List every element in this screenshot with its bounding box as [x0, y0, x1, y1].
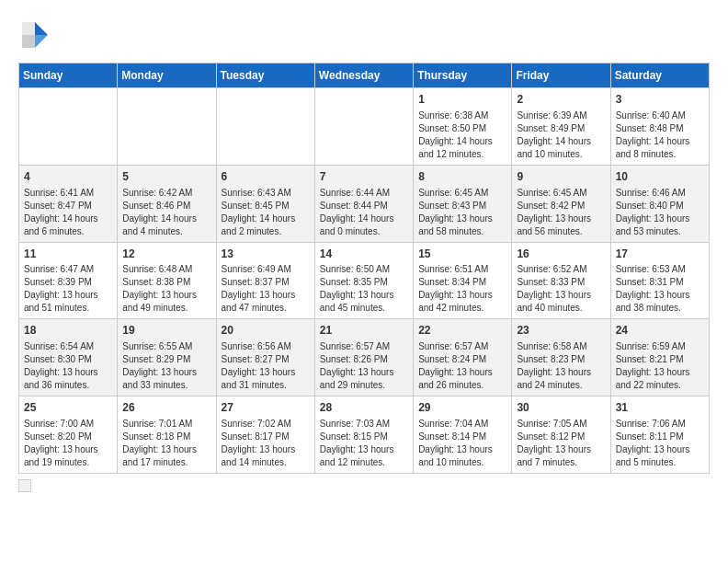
- calendar-header: SundayMondayTuesdayWednesdayThursdayFrid…: [19, 63, 710, 88]
- day-info: Sunrise: 6:41 AM Sunset: 8:47 PM Dayligh…: [24, 187, 112, 238]
- calendar-body: 1Sunrise: 6:38 AM Sunset: 8:50 PM Daylig…: [19, 88, 710, 474]
- day-number: 7: [320, 169, 408, 185]
- svg-rect-2: [22, 22, 35, 35]
- calendar-cell: 6Sunrise: 6:43 AM Sunset: 8:45 PM Daylig…: [216, 165, 314, 242]
- day-number: 25: [24, 400, 112, 416]
- day-number: 24: [616, 323, 704, 339]
- page: SundayMondayTuesdayWednesdayThursdayFrid…: [0, 0, 728, 501]
- day-number: 20: [222, 323, 310, 339]
- calendar-cell: 10Sunrise: 6:46 AM Sunset: 8:40 PM Dayli…: [610, 165, 709, 242]
- calendar-cell: [19, 88, 118, 166]
- calendar-week-row: 25Sunrise: 7:00 AM Sunset: 8:20 PM Dayli…: [19, 396, 710, 474]
- day-number: 4: [24, 169, 112, 185]
- calendar-cell: 22Sunrise: 6:57 AM Sunset: 8:24 PM Dayli…: [414, 319, 512, 396]
- day-header-row: SundayMondayTuesdayWednesdayThursdayFrid…: [19, 63, 710, 88]
- day-info: Sunrise: 6:51 AM Sunset: 8:34 PM Dayligh…: [418, 263, 506, 315]
- day-number: 27: [222, 400, 310, 416]
- day-info: Sunrise: 6:45 AM Sunset: 8:43 PM Dayligh…: [418, 187, 506, 238]
- calendar-cell: [314, 88, 413, 166]
- day-number: 18: [24, 323, 112, 339]
- day-info: Sunrise: 6:54 AM Sunset: 8:30 PM Dayligh…: [24, 340, 112, 392]
- calendar-cell: 2Sunrise: 6:39 AM Sunset: 8:49 PM Daylig…: [512, 88, 610, 166]
- header: [18, 18, 710, 52]
- day-info: Sunrise: 7:04 AM Sunset: 8:14 PM Dayligh…: [418, 418, 506, 469]
- calendar-cell: 13Sunrise: 6:49 AM Sunset: 8:37 PM Dayli…: [216, 242, 314, 319]
- calendar-week-row: 11Sunrise: 6:47 AM Sunset: 8:39 PM Dayli…: [19, 242, 710, 319]
- day-info: Sunrise: 6:47 AM Sunset: 8:39 PM Dayligh…: [24, 263, 112, 315]
- day-info: Sunrise: 6:56 AM Sunset: 8:27 PM Dayligh…: [222, 340, 310, 392]
- day-number: 15: [418, 247, 506, 262]
- day-info: Sunrise: 6:50 AM Sunset: 8:35 PM Dayligh…: [320, 263, 408, 315]
- calendar-cell: 15Sunrise: 6:51 AM Sunset: 8:34 PM Dayli…: [414, 242, 512, 319]
- calendar-week-row: 1Sunrise: 6:38 AM Sunset: 8:50 PM Daylig…: [19, 88, 710, 166]
- day-info: Sunrise: 6:43 AM Sunset: 8:45 PM Dayligh…: [222, 187, 310, 238]
- calendar-cell: 3Sunrise: 6:40 AM Sunset: 8:48 PM Daylig…: [610, 88, 709, 166]
- day-info: Sunrise: 6:40 AM Sunset: 8:48 PM Dayligh…: [616, 109, 704, 161]
- calendar-cell: 1Sunrise: 6:38 AM Sunset: 8:50 PM Daylig…: [414, 88, 512, 166]
- calendar-cell: 11Sunrise: 6:47 AM Sunset: 8:39 PM Dayli…: [19, 242, 118, 319]
- day-number: 22: [418, 323, 506, 339]
- day-number: 13: [222, 247, 310, 262]
- calendar-cell: 25Sunrise: 7:00 AM Sunset: 8:20 PM Dayli…: [19, 396, 118, 474]
- day-number: 31: [616, 400, 704, 416]
- day-info: Sunrise: 6:44 AM Sunset: 8:44 PM Dayligh…: [320, 187, 408, 238]
- logo: [18, 18, 55, 52]
- calendar-cell: 26Sunrise: 7:01 AM Sunset: 8:18 PM Dayli…: [118, 396, 216, 474]
- day-info: Sunrise: 6:53 AM Sunset: 8:31 PM Dayligh…: [616, 263, 704, 315]
- calendar-cell: 7Sunrise: 6:44 AM Sunset: 8:44 PM Daylig…: [314, 165, 413, 242]
- day-info: Sunrise: 7:00 AM Sunset: 8:20 PM Dayligh…: [24, 418, 112, 469]
- calendar-cell: 4Sunrise: 6:41 AM Sunset: 8:47 PM Daylig…: [19, 165, 118, 242]
- calendar-cell: 5Sunrise: 6:42 AM Sunset: 8:46 PM Daylig…: [118, 165, 216, 242]
- day-number: 30: [517, 400, 605, 416]
- day-number: 5: [122, 169, 210, 185]
- day-number: 29: [418, 400, 506, 416]
- svg-marker-1: [35, 35, 48, 48]
- day-info: Sunrise: 6:39 AM Sunset: 8:49 PM Dayligh…: [517, 109, 605, 161]
- day-number: 12: [122, 247, 210, 262]
- day-number: 6: [222, 169, 310, 185]
- calendar-cell: 24Sunrise: 6:59 AM Sunset: 8:21 PM Dayli…: [610, 319, 709, 396]
- calendar-cell: 29Sunrise: 7:04 AM Sunset: 8:14 PM Dayli…: [414, 396, 512, 474]
- day-info: Sunrise: 6:58 AM Sunset: 8:23 PM Dayligh…: [517, 340, 605, 392]
- calendar-cell: 21Sunrise: 6:57 AM Sunset: 8:26 PM Dayli…: [314, 319, 413, 396]
- calendar-cell: 30Sunrise: 7:05 AM Sunset: 8:12 PM Dayli…: [512, 396, 610, 474]
- day-info: Sunrise: 6:49 AM Sunset: 8:37 PM Dayligh…: [222, 263, 310, 315]
- day-info: Sunrise: 7:05 AM Sunset: 8:12 PM Dayligh…: [517, 418, 605, 469]
- day-number: 3: [616, 92, 704, 108]
- day-number: 16: [517, 247, 605, 262]
- logo-icon: [18, 18, 51, 52]
- day-number: 8: [418, 169, 506, 185]
- calendar-cell: 12Sunrise: 6:48 AM Sunset: 8:38 PM Dayli…: [118, 242, 216, 319]
- svg-marker-0: [35, 22, 48, 35]
- calendar-cell: 17Sunrise: 6:53 AM Sunset: 8:31 PM Dayli…: [610, 242, 709, 319]
- day-number: 2: [517, 92, 605, 108]
- calendar-table: SundayMondayTuesdayWednesdayThursdayFrid…: [18, 63, 710, 474]
- day-of-week-header: Thursday: [414, 63, 512, 88]
- day-number: 26: [122, 400, 210, 416]
- day-number: 9: [517, 169, 605, 185]
- calendar-cell: 8Sunrise: 6:45 AM Sunset: 8:43 PM Daylig…: [414, 165, 512, 242]
- calendar-cell: 28Sunrise: 7:03 AM Sunset: 8:15 PM Dayli…: [314, 396, 413, 474]
- calendar-cell: [216, 88, 314, 166]
- footer: [18, 479, 710, 492]
- calendar-cell: 14Sunrise: 6:50 AM Sunset: 8:35 PM Dayli…: [314, 242, 413, 319]
- day-number: 28: [320, 400, 408, 416]
- day-info: Sunrise: 6:42 AM Sunset: 8:46 PM Dayligh…: [122, 187, 210, 238]
- day-info: Sunrise: 6:48 AM Sunset: 8:38 PM Dayligh…: [122, 263, 210, 315]
- day-number: 10: [616, 169, 704, 185]
- day-of-week-header: Wednesday: [314, 63, 413, 88]
- day-of-week-header: Monday: [118, 63, 216, 88]
- day-of-week-header: Saturday: [610, 63, 709, 88]
- day-number: 11: [24, 247, 112, 262]
- day-number: 21: [320, 323, 408, 339]
- day-info: Sunrise: 7:02 AM Sunset: 8:17 PM Dayligh…: [222, 418, 310, 469]
- day-of-week-header: Sunday: [19, 63, 118, 88]
- calendar-week-row: 18Sunrise: 6:54 AM Sunset: 8:30 PM Dayli…: [19, 319, 710, 396]
- day-number: 1: [418, 92, 506, 108]
- calendar-cell: 31Sunrise: 7:06 AM Sunset: 8:11 PM Dayli…: [610, 396, 709, 474]
- day-of-week-header: Friday: [512, 63, 610, 88]
- calendar-cell: 23Sunrise: 6:58 AM Sunset: 8:23 PM Dayli…: [512, 319, 610, 396]
- calendar-cell: 27Sunrise: 7:02 AM Sunset: 8:17 PM Dayli…: [216, 396, 314, 474]
- day-info: Sunrise: 6:52 AM Sunset: 8:33 PM Dayligh…: [517, 263, 605, 315]
- day-info: Sunrise: 6:59 AM Sunset: 8:21 PM Dayligh…: [616, 340, 704, 392]
